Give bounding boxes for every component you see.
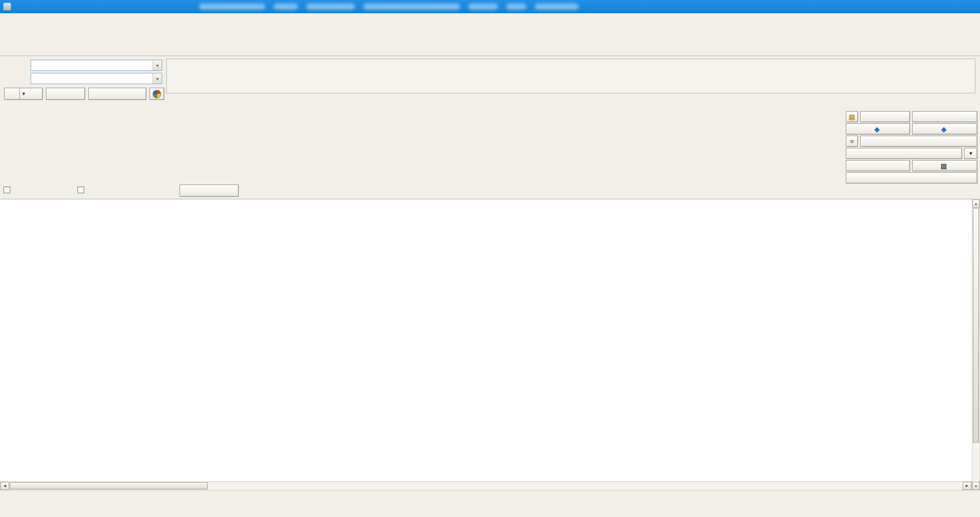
atestados-button[interactable] xyxy=(860,136,977,147)
schedule-grid xyxy=(0,199,972,481)
agenda-row: ▾ xyxy=(0,73,168,84)
bloquear-desbloquear-button[interactable] xyxy=(88,88,146,100)
pesquisar-button[interactable]: ▼ xyxy=(4,88,43,100)
reception-mini-button[interactable]: ▤ xyxy=(846,111,858,122)
title-bar xyxy=(0,0,980,13)
scroll-right-icon[interactable]: ▶ xyxy=(963,482,971,490)
unidade-row: ▾ xyxy=(0,60,168,71)
calendar-strip xyxy=(58,102,761,182)
atendimentos-dropdown-button[interactable]: ▼ xyxy=(964,148,977,159)
extra-options-panel: ▤ ◆ ◆ ≡ ▼ ▨ xyxy=(844,99,977,186)
horizontal-scroll-thumb[interactable] xyxy=(10,482,208,489)
action-bar-row2 xyxy=(1,505,529,515)
chevron-down-icon[interactable]: ▾ xyxy=(153,73,162,84)
calendar-legend xyxy=(811,102,843,105)
action-bar-row1 xyxy=(1,494,529,504)
app-icon xyxy=(3,3,11,11)
unidade-select[interactable]: ▾ xyxy=(31,60,162,71)
scroll-up-icon[interactable]: ▲ xyxy=(972,199,979,208)
note-icon: ≡ xyxy=(850,138,854,145)
scroll-left-icon[interactable]: ◀ xyxy=(1,482,9,490)
agenda-select[interactable]: ▾ xyxy=(31,73,162,84)
chamar-senha-button[interactable]: ◆ xyxy=(846,123,910,135)
pesquisar-dropdown-icon[interactable]: ▼ xyxy=(19,88,28,99)
imp-etiqueta-button[interactable]: ▨ xyxy=(912,160,977,171)
atestado-mini-button[interactable]: ≡ xyxy=(846,136,858,147)
imprimir-button[interactable] xyxy=(46,88,85,100)
chevron-down-icon[interactable]: ▾ xyxy=(153,60,162,70)
statistics-button[interactable] xyxy=(149,88,164,100)
tab-bar xyxy=(0,42,980,56)
atendimentos-button[interactable] xyxy=(846,148,962,159)
observacao-do-dia-button[interactable] xyxy=(180,185,239,197)
triagem-button[interactable] xyxy=(846,160,910,171)
printer-icon: ▨ xyxy=(941,162,947,170)
recepcao-button[interactable] xyxy=(860,111,910,122)
meus-proc-aberto-button[interactable] xyxy=(912,111,977,122)
folder-icon: ◆ xyxy=(874,125,880,133)
pie-chart-icon xyxy=(153,90,161,98)
toolbar xyxy=(0,23,980,42)
horizontal-scrollbar[interactable]: ◀ ▶ xyxy=(0,481,972,490)
menu-bar xyxy=(0,13,980,23)
maximize-button[interactable] xyxy=(923,0,951,13)
scroll-down-icon[interactable]: ▼ xyxy=(972,482,979,490)
chevron-down-icon: ▼ xyxy=(969,151,973,156)
vertical-scroll-thumb[interactable] xyxy=(973,208,979,443)
folder-icon: ◆ xyxy=(941,125,946,133)
close-button[interactable] xyxy=(951,0,980,13)
vertical-scrollbar[interactable]: ▲ ▼ xyxy=(972,199,980,490)
observations-panel[interactable] xyxy=(166,59,975,93)
minimize-button[interactable] xyxy=(894,0,923,13)
agendamentos-outras-unidades-checkbox[interactable] xyxy=(78,187,84,193)
blurred-title-info xyxy=(199,4,587,10)
chamar-paciente-button[interactable]: ◆ xyxy=(912,123,977,135)
mostrar-todos-horarios-checkbox[interactable] xyxy=(4,187,10,193)
archive-icon: ▤ xyxy=(849,113,855,121)
lancar-procedimentos-button[interactable] xyxy=(846,172,977,184)
application-window: ▾ ▾ ▼ ▤ ◆ ◆ ≡ xyxy=(0,0,980,517)
